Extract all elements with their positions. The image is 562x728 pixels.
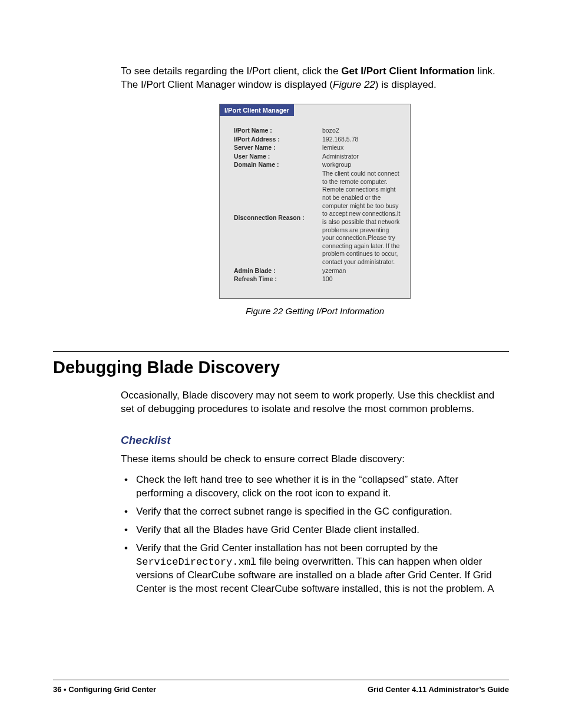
info-label: I/Port Name : <box>234 127 322 135</box>
info-row: Domain Name :workgroup <box>234 161 402 169</box>
figure-caption: Figure 22 Getting I/Port Information <box>121 306 509 316</box>
footer-right: Grid Center 4.11 Administrator’s Guide <box>368 685 509 694</box>
bullet-icon: • <box>121 473 136 500</box>
bullet-icon: • <box>121 542 136 597</box>
list-item-text: Verify that all the Blades have Grid Cen… <box>136 523 509 537</box>
info-row: I/Port Address :192.168.5.78 <box>234 136 402 144</box>
info-value: bozo2 <box>322 127 402 135</box>
window-body: I/Port Name :bozo2I/Port Address :192.16… <box>220 116 410 298</box>
intro-figref: Figure 22 <box>333 79 375 90</box>
section-heading: Debugging Blade Discovery <box>53 358 509 377</box>
list-item: •Verify that all the Blades have Grid Ce… <box>121 523 509 537</box>
info-row: I/Port Name :bozo2 <box>234 127 402 135</box>
list-item-text: Verify that the correct subnet range is … <box>136 505 509 519</box>
footer-left: 36 • Configuring Grid Center <box>53 685 156 694</box>
info-value: 192.168.5.78 <box>322 136 402 144</box>
info-value: workgroup <box>322 161 402 169</box>
checklist-intro: These items should be check to ensure co… <box>121 453 509 466</box>
page-number: 36 <box>53 685 61 694</box>
info-value: 100 <box>322 275 402 284</box>
info-row: Admin Blade :yzerman <box>234 267 402 275</box>
checklist-heading: Checklist <box>121 434 509 447</box>
list-item-text: Verify that the Grid Center installation… <box>136 542 509 597</box>
info-label: Refresh Time : <box>234 275 322 284</box>
page-footer: 36 • Configuring Grid Center Grid Center… <box>53 680 509 694</box>
info-row: Server Name :lemieux <box>234 144 402 152</box>
iport-client-manager-window: I/Port Client Manager I/Port Name :bozo2… <box>219 104 411 299</box>
info-label: Server Name : <box>234 144 322 152</box>
bullet-icon: • <box>121 505 136 519</box>
info-row: Refresh Time :100 <box>234 275 402 284</box>
checklist-list: •Check the left hand tree to see whether… <box>121 473 509 597</box>
list-item: •Verify that the correct subnet range is… <box>121 505 509 519</box>
list-item-text: Check the left hand tree to see whether … <box>136 473 509 500</box>
window-title: I/Port Client Manager <box>220 104 294 116</box>
info-value: lemieux <box>322 144 402 152</box>
info-label: User Name : <box>234 153 322 161</box>
info-label: Domain Name : <box>234 161 322 169</box>
info-value: The client could not connect to the remo… <box>322 170 402 266</box>
section-divider <box>53 351 509 352</box>
info-label: Disconnection Reason : <box>234 214 322 222</box>
info-row: User Name :Administrator <box>234 153 402 161</box>
intro-post2: ) is displayed. <box>375 79 437 90</box>
info-label: I/Port Address : <box>234 136 322 144</box>
intro-pre: To see details regarding the I/Port clie… <box>121 65 341 77</box>
li-pre: Verify that the Grid Center installation… <box>136 542 438 554</box>
section-paragraph: Occasionally, Blade discovery may not se… <box>121 389 509 416</box>
footer-row: 36 • Configuring Grid Center Grid Center… <box>53 685 509 694</box>
intro-link-text: Get I/Port Client Information <box>341 65 475 77</box>
page: To see details regarding the I/Port clie… <box>0 0 562 728</box>
footer-divider <box>53 680 509 680</box>
figure-container: I/Port Client Manager I/Port Name :bozo2… <box>121 104 509 299</box>
list-item: •Check the left hand tree to see whether… <box>121 473 509 500</box>
info-label: Admin Blade : <box>234 267 322 275</box>
info-value: Administrator <box>322 153 402 161</box>
footer-section-title: Configuring Grid Center <box>68 685 156 694</box>
info-row: Disconnection Reason :The client could n… <box>234 170 402 266</box>
intro-paragraph: To see details regarding the I/Port clie… <box>121 65 509 92</box>
info-value: yzerman <box>322 267 402 275</box>
li-code: ServiceDirectory.xml <box>136 556 256 568</box>
footer-sep: • <box>61 685 68 694</box>
list-item: •Verify that the Grid Center installatio… <box>121 542 509 597</box>
bullet-icon: • <box>121 523 136 537</box>
